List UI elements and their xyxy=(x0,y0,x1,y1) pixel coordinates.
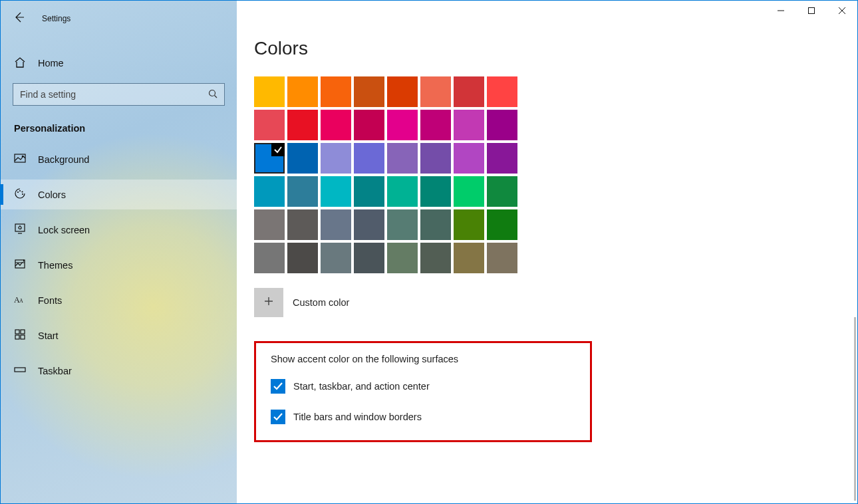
sidebar: Settings Home Personalization Background… xyxy=(1,1,237,503)
nav-item-colors[interactable]: Colors xyxy=(1,180,237,209)
color-swatch[interactable] xyxy=(387,176,418,207)
color-swatch[interactable] xyxy=(420,76,451,107)
color-swatch[interactable] xyxy=(454,110,484,140)
back-button[interactable] xyxy=(14,12,25,25)
nav-icon: AA xyxy=(14,293,26,307)
color-swatch[interactable] xyxy=(354,143,384,174)
svg-point-4 xyxy=(17,191,19,193)
color-swatch[interactable] xyxy=(354,176,384,207)
svg-rect-16 xyxy=(21,335,25,339)
category-title: Personalization xyxy=(1,106,237,139)
plus-icon xyxy=(263,296,274,310)
color-swatch[interactable] xyxy=(420,143,451,174)
color-swatch[interactable] xyxy=(487,143,517,174)
nav-home[interactable]: Home xyxy=(1,49,237,78)
nav-item-lock-screen[interactable]: Lock screen xyxy=(1,215,237,245)
search-input-wrap[interactable] xyxy=(13,83,225,106)
color-swatch[interactable] xyxy=(287,143,318,174)
color-swatch[interactable] xyxy=(387,243,418,273)
nav-item-themes[interactable]: Themes xyxy=(1,250,237,280)
page-title: Colors xyxy=(254,38,857,59)
maximize-button[interactable] xyxy=(796,1,827,21)
color-swatch[interactable] xyxy=(354,209,384,240)
color-swatch[interactable] xyxy=(387,110,418,140)
color-swatch[interactable] xyxy=(254,76,285,107)
color-swatch[interactable] xyxy=(254,243,285,273)
color-swatch[interactable] xyxy=(287,176,318,207)
checkbox[interactable] xyxy=(271,379,285,394)
checkbox-label: Title bars and window borders xyxy=(293,412,422,422)
color-swatch[interactable] xyxy=(254,209,285,240)
color-swatch[interactable] xyxy=(354,110,384,140)
search-input[interactable] xyxy=(20,89,198,100)
color-swatch[interactable] xyxy=(354,76,384,107)
svg-point-1 xyxy=(210,90,215,96)
color-swatch[interactable] xyxy=(454,243,484,273)
custom-color-button[interactable] xyxy=(254,288,283,317)
svg-rect-10 xyxy=(15,260,25,268)
color-swatch[interactable] xyxy=(454,143,484,174)
checkbox[interactable] xyxy=(271,410,285,424)
scrollbar[interactable] xyxy=(854,317,856,501)
nav-item-label: Taskbar xyxy=(38,366,72,376)
window-title: Settings xyxy=(42,14,71,23)
minimize-button[interactable] xyxy=(766,1,796,21)
nav-icon xyxy=(14,152,26,166)
color-swatch[interactable] xyxy=(487,76,517,107)
color-swatch[interactable] xyxy=(321,243,351,273)
nav-icon xyxy=(14,188,26,201)
color-swatch[interactable] xyxy=(487,110,517,140)
nav-icon xyxy=(14,258,26,272)
color-swatch[interactable] xyxy=(321,143,351,174)
color-swatch[interactable] xyxy=(254,176,285,207)
color-swatch[interactable] xyxy=(287,243,318,273)
checkbox-label: Start, taskbar, and action center xyxy=(293,381,430,392)
color-swatch[interactable] xyxy=(420,209,451,240)
color-swatch[interactable] xyxy=(354,243,384,273)
nav-item-fonts[interactable]: AAFonts xyxy=(1,285,237,315)
color-swatch[interactable] xyxy=(487,176,517,207)
color-swatch[interactable] xyxy=(487,209,517,240)
color-swatch[interactable] xyxy=(387,143,418,174)
color-swatch[interactable] xyxy=(387,209,418,240)
nav-item-label: Themes xyxy=(38,260,72,271)
color-swatch[interactable] xyxy=(420,110,451,140)
nav-item-start[interactable]: Start xyxy=(1,320,237,350)
nav-icon xyxy=(14,364,26,378)
svg-rect-17 xyxy=(15,368,25,372)
color-swatch-grid xyxy=(254,76,520,273)
svg-rect-15 xyxy=(15,335,19,339)
color-swatch[interactable] xyxy=(420,176,451,207)
color-swatch[interactable] xyxy=(321,76,351,107)
nav-item-label: Start xyxy=(38,330,59,341)
svg-rect-2 xyxy=(15,154,25,162)
color-swatch[interactable] xyxy=(287,110,318,140)
search-icon xyxy=(208,89,217,100)
color-swatch[interactable] xyxy=(287,209,318,240)
color-swatch[interactable] xyxy=(254,110,285,140)
color-swatch[interactable] xyxy=(420,243,451,273)
color-swatch[interactable] xyxy=(454,176,484,207)
nav-item-label: Lock screen xyxy=(38,225,90,235)
color-swatch[interactable] xyxy=(321,110,351,140)
color-swatch[interactable] xyxy=(454,209,484,240)
color-swatch[interactable] xyxy=(287,76,318,107)
nav-item-taskbar[interactable]: Taskbar xyxy=(1,356,237,386)
svg-rect-0 xyxy=(809,8,815,14)
svg-point-6 xyxy=(21,191,23,192)
nav-item-background[interactable]: Background xyxy=(1,144,237,174)
color-swatch[interactable] xyxy=(487,243,517,273)
accent-surface-option[interactable]: Start, taskbar, and action center xyxy=(271,379,575,394)
nav-item-label: Colors xyxy=(38,189,66,200)
svg-point-3 xyxy=(22,156,24,158)
svg-rect-8 xyxy=(15,224,25,231)
accent-surface-option[interactable]: Title bars and window borders xyxy=(271,410,575,424)
color-swatch[interactable] xyxy=(254,143,285,174)
accent-surfaces-section: Show accent color on the following surfa… xyxy=(254,341,592,442)
svg-rect-14 xyxy=(21,330,25,334)
color-swatch[interactable] xyxy=(387,76,418,107)
color-swatch[interactable] xyxy=(321,176,351,207)
color-swatch[interactable] xyxy=(321,209,351,240)
close-button[interactable] xyxy=(827,1,857,21)
color-swatch[interactable] xyxy=(454,76,484,107)
